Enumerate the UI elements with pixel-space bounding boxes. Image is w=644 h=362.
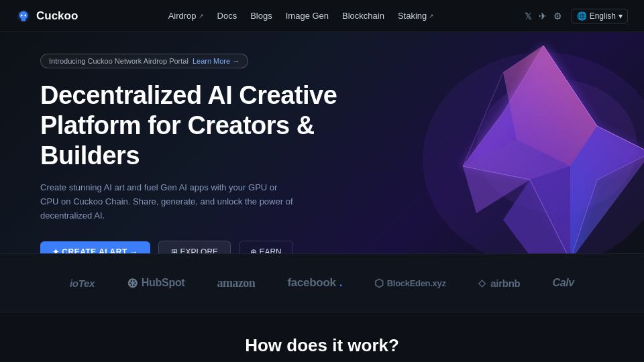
partners-section: ioTex ⊛HubSpot amazon facebook. ⬡ BlockE… (0, 253, 644, 312)
external-icon: ↗ (199, 13, 204, 19)
hero-badge: Introducing Cuckoo Network Airdrop Porta… (40, 54, 248, 68)
hero-section: Introducing Cuckoo Network Airdrop Porta… (0, 32, 644, 253)
earn-button[interactable]: ⊕ EARN (239, 241, 293, 253)
partner-facebook: facebook. (287, 276, 342, 290)
nav-staking[interactable]: Staking ↗ (398, 11, 434, 21)
navbar: Cuckoo Airdrop ↗ Docs Blogs Image Gen Bl… (0, 0, 644, 32)
nav-imagegen[interactable]: Image Gen (286, 11, 329, 21)
social-icons: 𝕏 ✈ ⚙ (525, 11, 562, 21)
nav-airdrop[interactable]: Airdrop ↗ (168, 11, 204, 21)
logo[interactable]: Cuckoo (16, 9, 78, 23)
svg-point-1 (21, 14, 23, 16)
hero-description: Create stunning AI art and fuel Gen AI a… (40, 181, 295, 223)
how-section: How does it work? Cuckoo incentivizes GP… (0, 312, 644, 362)
badge-intro-text: Introducing Cuckoo Network Airdrop Porta… (49, 57, 189, 65)
lang-icon: 🌐 (577, 11, 587, 21)
twitter-icon[interactable]: 𝕏 (525, 11, 532, 21)
how-title: How does it work? (40, 335, 604, 356)
badge-learn-more[interactable]: Learn More → (193, 57, 239, 65)
partner-airbnb: ◇airbnb (478, 278, 521, 289)
nav-blogs[interactable]: Blogs (250, 11, 272, 21)
cuckoo-logo-icon (16, 9, 31, 23)
nav-links: Airdrop ↗ Docs Blogs Image Gen Blockchai… (168, 11, 435, 21)
partner-amazon: amazon (217, 276, 255, 290)
discord-icon[interactable]: ⚙ (553, 11, 562, 21)
explore-button[interactable]: ⊞ EXPLORE (158, 241, 231, 253)
navbar-right: 𝕏 ✈ ⚙ 🌐 English ▾ (525, 9, 628, 23)
partner-calv: Calv (552, 277, 574, 289)
lang-label: English (590, 11, 616, 21)
hero-content: Introducing Cuckoo Network Airdrop Porta… (40, 54, 389, 253)
nav-docs[interactable]: Docs (217, 11, 237, 21)
partner-hubspot: ⊛HubSpot (127, 275, 184, 291)
svg-point-2 (24, 14, 26, 16)
telegram-icon[interactable]: ✈ (539, 11, 547, 21)
language-selector[interactable]: 🌐 English ▾ (572, 9, 628, 23)
partner-blockeden: ⬡ BlockEden.xyz (374, 277, 446, 290)
hero-title: Decentralized AI Creative Platform for C… (40, 80, 389, 170)
partner-iotex: ioTex (70, 278, 95, 289)
logo-text: Cuckoo (36, 9, 78, 23)
create-ai-art-button[interactable]: ✦ CREATE AI ART → (40, 241, 150, 253)
chevron-down-icon: ▾ (619, 11, 623, 21)
external-icon-2: ↗ (429, 13, 434, 19)
hero-buttons: ✦ CREATE AI ART → ⊞ EXPLORE ⊕ EARN (40, 241, 389, 253)
nav-blockchain[interactable]: Blockchain (342, 11, 384, 21)
